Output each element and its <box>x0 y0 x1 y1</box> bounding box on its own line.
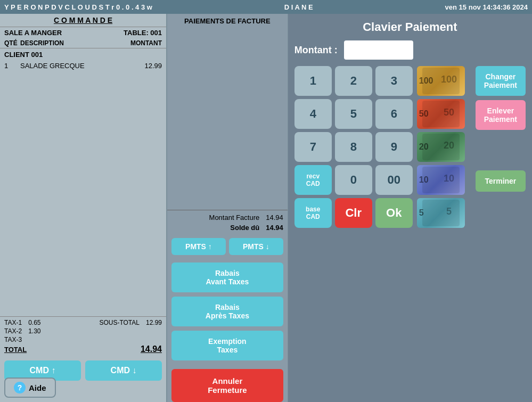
sous-total-val: 12.99 <box>146 319 162 326</box>
commande-header: C O M M A N D E <box>0 14 166 27</box>
table-info: SALE A MANGER TABLE: 001 <box>0 27 166 38</box>
solde-du-val: 14.94 <box>266 224 283 232</box>
aide-label: Aide <box>29 383 46 392</box>
key-00-button[interactable]: 00 <box>375 165 413 195</box>
key-1-button[interactable]: 1 <box>294 66 332 96</box>
solde-du-row: Solde dû 14.94 <box>171 223 283 233</box>
changer-paiement-button[interactable]: ChangerPaiement <box>476 66 526 96</box>
client-label: CLIENT 001 <box>4 51 162 59</box>
col-desc-header: DESCRIPTION <box>20 39 130 47</box>
clavier-title: Clavier Paiement <box>294 20 526 34</box>
total-label: TOTAL <box>4 346 27 354</box>
titlebar-center: D I A N E <box>284 3 313 11</box>
pmts-up-button[interactable]: PMTS ↑ <box>171 238 226 255</box>
bill-20-button[interactable]: 20 20 <box>417 132 465 162</box>
total-value: 14.94 <box>141 344 162 354</box>
sale-label: SALE A MANGER <box>4 29 62 37</box>
tax3-label: TAX-3 <box>4 336 22 343</box>
pmts-down-button[interactable]: PMTS ↓ <box>229 238 283 255</box>
annuler-fermeture-button[interactable]: AnnulerFermeture <box>171 369 283 402</box>
solde-du-label: Solde dû <box>230 224 259 232</box>
svg-text:50: 50 <box>444 107 454 118</box>
keypad-and-bills: 1 2 3 4 5 6 7 8 9 recvCAD 0 00 baseCAD C… <box>294 66 465 228</box>
pmts-buttons: PMTS ↑ PMTS ↓ <box>167 235 288 258</box>
table-row: 1 SALADE GRECQUE 12.99 <box>4 61 162 71</box>
key-3-button[interactable]: 3 <box>375 66 413 96</box>
montant-input[interactable] <box>344 40 413 60</box>
cmd-down-button[interactable]: CMD ↓ <box>85 360 162 381</box>
tax1-val: 0.65 <box>28 319 40 326</box>
key-2-button[interactable]: 2 <box>335 66 372 96</box>
montant-facture-label: Montant Facture <box>209 214 260 221</box>
key-5-button[interactable]: 5 <box>335 99 372 129</box>
tax1-row: TAX-1 0.65 SOUS-TOTAL 12.99 <box>4 319 162 326</box>
svg-text:10: 10 <box>444 173 454 184</box>
base-cad-button[interactable]: baseCAD <box>294 198 332 228</box>
titlebar-right: ven 15 nov 14:34:36 2024 <box>445 3 528 11</box>
bill-100-button[interactable]: 100 100 <box>417 66 465 96</box>
tax2-val: 1.30 <box>28 327 40 335</box>
recv-cad-button[interactable]: recvCAD <box>294 165 332 195</box>
svg-text:20: 20 <box>444 140 454 151</box>
clr-button[interactable]: Clr <box>335 198 372 228</box>
total-row: TOTAL 14.94 <box>4 344 162 354</box>
bill-10-button[interactable]: 10 10 <box>417 165 465 195</box>
tax3-row: TAX-3 <box>4 336 162 343</box>
question-mark-icon: ? <box>14 382 26 393</box>
col-headers: QTÉ DESCRIPTION MONTANT <box>0 38 166 48</box>
right-content: 1 2 3 4 5 6 7 8 9 recvCAD 0 00 baseCAD C… <box>294 66 526 228</box>
titlebar: Y P E R O N P D V C L O U D S T r 0 . 0 … <box>0 0 532 14</box>
terminer-button[interactable]: Terminer <box>476 170 526 192</box>
item-desc: SALADE GRECQUE <box>20 62 130 70</box>
clavier-panel: Clavier Paiement Montant : 1 2 3 4 5 6 7… <box>288 14 532 402</box>
exemption-taxes-button[interactable]: ExemptionTaxes <box>171 331 283 360</box>
item-qty: 1 <box>4 62 20 70</box>
spacer <box>476 134 526 166</box>
rabais-avant-taxes-button[interactable]: RabaisAvant Taxes <box>171 262 283 292</box>
sous-total-label: SOUS-TOTAL <box>99 319 140 326</box>
tax-section: TAX-1 0.65 SOUS-TOTAL 12.99 TAX-2 1.30 T… <box>0 316 166 356</box>
key-6-button[interactable]: 6 <box>375 99 413 129</box>
tax2-label: TAX-2 <box>4 327 22 335</box>
tax1-label: TAX-1 <box>4 319 22 326</box>
montant-facture-val: 14.94 <box>266 214 283 221</box>
commande-panel: C O M M A N D E SALE A MANGER TABLE: 001… <box>0 14 167 402</box>
bills-column: 100 100 50 50 20 <box>417 66 465 228</box>
bill-5-icon: 5 <box>422 200 460 226</box>
col-qte-header: QTÉ <box>4 39 20 47</box>
titlebar-left: Y P E R O N P D V C L O U D S T r 0 . 0 … <box>4 3 152 11</box>
paiements-panel: PAIEMENTS DE FACTURE Montant Facture 14.… <box>167 14 288 402</box>
main-content: C O M M A N D E SALE A MANGER TABLE: 001… <box>0 14 532 402</box>
item-montant: 12.99 <box>130 62 162 70</box>
key-4-button[interactable]: 4 <box>294 99 332 129</box>
bill-5-button[interactable]: 5 5 <box>417 198 465 228</box>
svg-text:100: 100 <box>441 74 457 85</box>
table-label: TABLE: 001 <box>124 29 162 37</box>
montant-label: Montant : <box>294 45 338 56</box>
enlever-paiement-button[interactable]: EnleverPaiement <box>476 100 526 130</box>
paiements-list <box>167 28 288 210</box>
right-side-actions: ChangerPaiement EnleverPaiement Terminer <box>476 66 526 228</box>
rabais-apres-taxes-button[interactable]: RabaisAprès Taxes <box>171 297 283 326</box>
key-8-button[interactable]: 8 <box>335 132 372 162</box>
aide-button[interactable]: ? Aide <box>4 378 56 398</box>
middle-action-buttons: RabaisAvant Taxes RabaisAprès Taxes Exem… <box>167 258 288 365</box>
col-montant-header: MONTANT <box>130 39 162 47</box>
bill-50-button[interactable]: 50 50 <box>417 99 465 129</box>
svg-text:5: 5 <box>446 206 452 217</box>
order-items: CLIENT 001 1 SALADE GRECQUE 12.99 <box>0 48 166 316</box>
svg-rect-8 <box>422 200 460 226</box>
paiements-header: PAIEMENTS DE FACTURE <box>167 14 288 28</box>
key-9-button[interactable]: 9 <box>375 132 413 162</box>
keypad-grid: 1 2 3 4 5 6 7 8 9 recvCAD 0 00 baseCAD C… <box>294 66 413 228</box>
montant-row: Montant : <box>294 40 526 60</box>
tax2-row: TAX-2 1.30 <box>4 327 162 335</box>
key-7-button[interactable]: 7 <box>294 132 332 162</box>
key-0-button[interactable]: 0 <box>335 165 372 195</box>
montant-facture-row: Montant Facture 14.94 <box>171 212 283 223</box>
invoice-totals: Montant Facture 14.94 Solde dû 14.94 <box>167 210 288 235</box>
ok-button[interactable]: Ok <box>375 198 413 228</box>
